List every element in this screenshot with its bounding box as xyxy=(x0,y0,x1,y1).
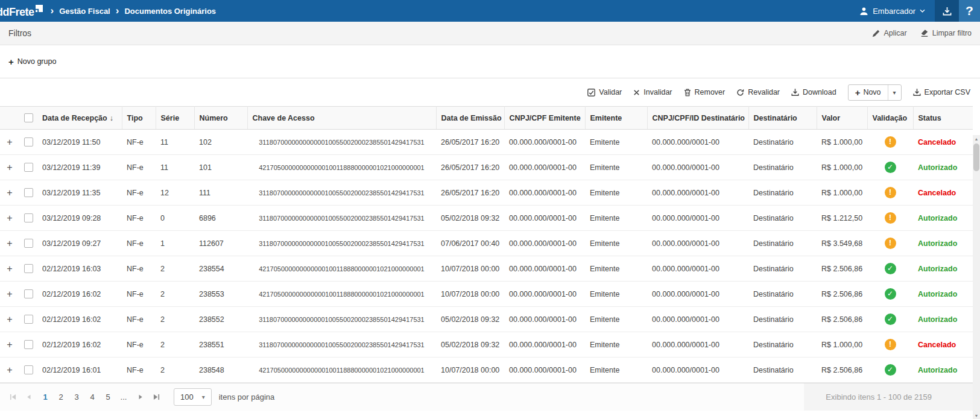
col-emitente[interactable]: Emitente xyxy=(585,107,647,130)
cell-tipo: NF-e xyxy=(122,231,156,256)
clear-filter-label: Limpar filtro xyxy=(932,29,972,37)
cell-data-emissao: 05/02/2018 09:32 xyxy=(436,307,504,332)
row-checkbox[interactable] xyxy=(24,340,33,349)
page-size-select[interactable]: 100 ▾ xyxy=(174,388,212,406)
pager-info-text: Exibindo itens 1 - 100 de 2159 xyxy=(826,392,932,402)
new-button[interactable]: + Novo xyxy=(849,85,888,100)
validation-warning-icon[interactable]: ! xyxy=(885,187,896,198)
col-cnpj-emitente[interactable]: CNPJ/CPF Emitente xyxy=(504,107,585,130)
col-numero[interactable]: Número xyxy=(194,107,247,130)
new-dropdown-caret[interactable]: ▾ xyxy=(888,85,901,100)
cell-cnpj-destinatario: 00.000.000/0001-00 xyxy=(647,256,748,282)
clear-filter-button[interactable]: Limpar filtro xyxy=(920,29,972,37)
table-row: +03/12/2019 11:50NF-e1110231180700000000… xyxy=(0,130,973,155)
cell-serie: 2 xyxy=(156,332,194,358)
validate-label: Validar xyxy=(599,88,622,96)
validation-warning-icon[interactable]: ! xyxy=(885,339,896,350)
cell-validacao: ! xyxy=(867,206,913,231)
user-menu-button[interactable]: Embarcador xyxy=(850,0,935,22)
cell-emitente: Emitente xyxy=(585,180,647,206)
expand-row-icon[interactable]: + xyxy=(7,289,12,299)
scroll-down-icon[interactable]: ▼ xyxy=(973,412,980,419)
col-validacao[interactable]: Validação xyxy=(867,107,913,130)
pager-first-button[interactable] xyxy=(5,389,21,405)
revalidate-button[interactable]: Revalidar xyxy=(736,88,780,96)
cell-numero: 112607 xyxy=(194,231,247,256)
col-serie[interactable]: Série xyxy=(156,107,194,130)
validation-success-icon[interactable]: ✓ xyxy=(885,263,896,274)
export-csv-button[interactable]: Exportar CSV xyxy=(913,88,970,96)
pager-page-2[interactable]: 2 xyxy=(53,390,69,404)
cell-valor: R$ 1.212,50 xyxy=(817,206,867,231)
expand-row-icon[interactable]: + xyxy=(7,339,12,350)
pager-page-...[interactable]: ... xyxy=(116,390,131,404)
cell-destinatario: Destinatário xyxy=(748,231,817,256)
cell-validacao: ✓ xyxy=(867,358,913,383)
row-checkbox[interactable] xyxy=(24,163,33,172)
validation-warning-icon[interactable]: ! xyxy=(885,238,896,249)
topbar-download-button[interactable] xyxy=(935,0,959,22)
col-destinatario[interactable]: Destinatário xyxy=(748,107,817,130)
breadcrumb-gestao-fiscal[interactable]: Gestão Fiscal xyxy=(59,7,110,16)
cell-tipo: NF-e xyxy=(122,358,156,383)
validate-button[interactable]: Validar xyxy=(587,88,622,96)
row-checkbox[interactable] xyxy=(24,188,33,197)
pager-next-button[interactable] xyxy=(133,389,148,405)
col-expand xyxy=(0,107,19,130)
pager-page-3[interactable]: 3 xyxy=(69,390,84,404)
validation-success-icon[interactable]: ✓ xyxy=(885,364,896,376)
new-group-button[interactable]: + Novo grupo xyxy=(8,57,56,66)
cell-data-emissao: 10/07/2018 00:00 xyxy=(436,282,504,307)
apply-filter-button[interactable]: Aplicar xyxy=(872,29,906,37)
remove-button[interactable]: Remover xyxy=(684,88,726,96)
row-checkbox[interactable] xyxy=(24,239,33,248)
download-button[interactable]: Download xyxy=(791,88,836,96)
cell-chave-acesso: 3118070000000000001005500200023855014294… xyxy=(247,130,436,155)
scrollbar-thumb[interactable] xyxy=(973,143,979,171)
row-checkbox[interactable] xyxy=(24,315,33,324)
col-chave-acesso[interactable]: Chave de Acesso xyxy=(247,107,436,130)
expand-row-icon[interactable]: + xyxy=(7,314,12,324)
vertical-scrollbar[interactable]: ▲ ▼ xyxy=(973,135,980,419)
expand-row-icon[interactable]: + xyxy=(7,162,12,172)
app-logo[interactable]: ddFrete xyxy=(0,3,43,19)
eraser-icon xyxy=(920,29,929,37)
breadcrumb-documentos-originarios[interactable]: Documentos Originários xyxy=(124,7,216,16)
col-tipo[interactable]: Tipo xyxy=(122,107,156,130)
scroll-up-icon[interactable]: ▲ xyxy=(973,135,980,142)
pager-page-1[interactable]: 1 xyxy=(37,390,53,404)
col-data-emissao[interactable]: Data de Emissão xyxy=(436,107,504,130)
col-status[interactable]: Status xyxy=(913,107,973,130)
expand-row-icon[interactable]: + xyxy=(7,187,12,198)
expand-row-icon[interactable]: + xyxy=(7,238,12,248)
row-checkbox[interactable] xyxy=(24,365,33,374)
pager-prev-button[interactable] xyxy=(21,389,36,405)
cell-destinatario: Destinatário xyxy=(748,282,817,307)
validation-success-icon[interactable]: ✓ xyxy=(885,313,896,325)
validation-warning-icon[interactable]: ! xyxy=(885,136,896,148)
col-cnpj-destinatario[interactable]: CNPJ/CPF/ID Destinatário xyxy=(647,107,748,130)
row-checkbox[interactable] xyxy=(24,213,33,222)
pager-page-5[interactable]: 5 xyxy=(100,390,116,404)
row-checkbox[interactable] xyxy=(24,289,33,298)
expand-row-icon[interactable]: + xyxy=(7,263,12,274)
row-checkbox[interactable] xyxy=(24,137,33,146)
pager-last-button[interactable] xyxy=(148,389,164,405)
expand-row-icon[interactable]: + xyxy=(7,213,12,223)
validation-success-icon[interactable]: ✓ xyxy=(885,288,896,300)
row-checkbox[interactable] xyxy=(24,264,33,273)
invalidate-button[interactable]: Invalidar xyxy=(633,88,672,96)
col-valor[interactable]: Valor xyxy=(817,107,867,130)
validation-warning-icon[interactable]: ! xyxy=(885,212,896,224)
pager-page-4[interactable]: 4 xyxy=(84,390,100,404)
select-all-checkbox[interactable] xyxy=(24,113,33,122)
help-button[interactable]: ? xyxy=(959,0,980,22)
filters-actions: Aplicar Limpar filtro xyxy=(872,29,972,37)
col-data-recepcao[interactable]: Data de Recepção↓ xyxy=(37,107,122,130)
cell-data-recepcao: 02/12/2019 16:03 xyxy=(37,256,122,282)
expand-row-icon[interactable]: + xyxy=(7,137,12,147)
expand-row-icon[interactable]: + xyxy=(7,365,12,375)
validation-success-icon[interactable]: ✓ xyxy=(885,162,896,173)
cell-serie: 1 xyxy=(156,231,194,256)
cell-emitente: Emitente xyxy=(585,282,647,307)
